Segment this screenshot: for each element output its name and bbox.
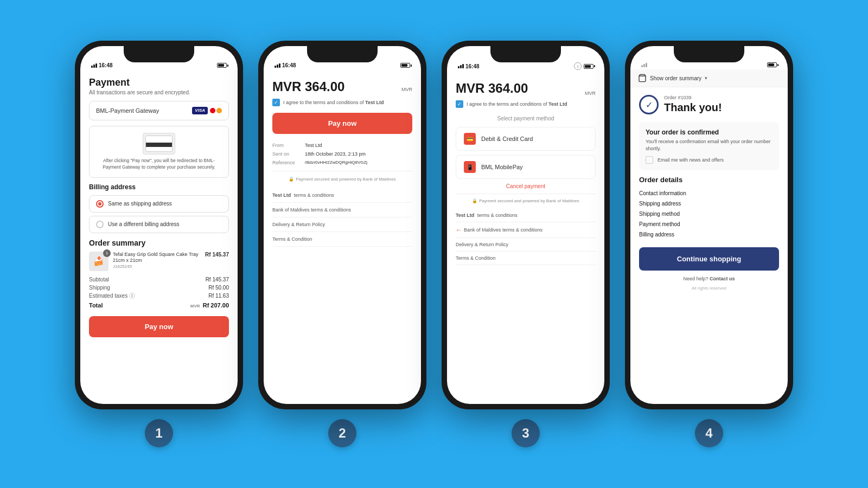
p4-footer: All rights reserved (639, 286, 779, 291)
p2-from-row: From Test Ltd (272, 143, 412, 148)
phone-3-time: 16:48 (465, 63, 480, 69)
step-2-badge: 2 (328, 419, 356, 447)
p1-shipping-label: Shipping (89, 285, 110, 291)
p3-mobilepay[interactable]: 📱 BML MobilePay (456, 155, 596, 179)
p3-terms-row: ✓ I agree to the terms and conditions of… (456, 100, 596, 108)
p3-mobile-icon: 📱 (464, 161, 476, 173)
p4-order-number: Order #1039 (664, 95, 722, 100)
item-qty-badge: 1 (103, 249, 111, 257)
phones-container: 16:48 Payment All transactions are secur… (64, 24, 804, 464)
step-1-badge: 1 (145, 419, 173, 447)
step-4-badge: 4 (695, 419, 723, 447)
phone-4-wrapper: Show order summary ▾ ✓ Order #1039 Thank… (625, 41, 793, 447)
p4-shipping-method-link[interactable]: Shipping method (639, 209, 779, 219)
p4-details-title: Order details (639, 176, 779, 184)
p1-subtitle: All transactions are secure and encrypte… (89, 89, 229, 95)
p3-currency: MVR (585, 91, 596, 96)
p2-amount: MVR 364.00 (272, 79, 344, 94)
p1-taxes-value: Rf 11.63 (208, 293, 229, 299)
p1-item-image: 🍰 1 (89, 252, 108, 271)
p2-from-label: From (272, 143, 305, 148)
p2-terms-text: I agree to the terms and conditions of T… (283, 100, 384, 105)
p4-email-checkbox[interactable] (646, 156, 653, 164)
p2-link-0[interactable]: Test Ltd terms & conditions (272, 188, 412, 203)
p1-taxes-line: Estimated taxes ℹ Rf 11.63 (89, 292, 229, 300)
p2-ref-label: Reference (272, 160, 305, 165)
phone-4-notch (674, 46, 744, 62)
p3-debit-label: Debit & Credit Card (481, 136, 533, 142)
p4-contact-us-link[interactable]: Contact us (710, 276, 735, 281)
p2-from-value: Test Ltd (305, 143, 322, 148)
p4-contact-link[interactable]: Contact information (639, 188, 779, 198)
p4-billing-addr-link[interactable]: Billing address (639, 229, 779, 240)
phone-3-wrapper: 16:48 i MVR 364.00 MVR ✓ (442, 41, 610, 447)
p4-payment-method-link[interactable]: Payment method (639, 219, 779, 229)
p1-radio-different[interactable]: Use a different billing address (89, 216, 229, 233)
p2-senton-label: Sent on (272, 151, 305, 157)
p1-item-price: Rf 145.37 (205, 252, 229, 258)
p4-shipping-addr-link[interactable]: Shipping address (639, 198, 779, 209)
p1-billing-title: Billing address (89, 183, 229, 191)
p3-secure-text: 🔒 Payment secured and powered by Bank of… (456, 198, 596, 203)
p4-top-bar[interactable]: Show order summary ▾ (630, 69, 788, 87)
phone-3: 16:48 i MVR 364.00 MVR ✓ (442, 41, 610, 409)
p1-subtotal-label: Subtotal (89, 277, 109, 282)
p3-debit-icon: 💳 (464, 133, 476, 145)
p3-link-0[interactable]: Test Ltd terms & conditions (456, 209, 596, 222)
p3-link-3[interactable]: Terms & Condition (456, 252, 596, 265)
mastercard-logo (210, 107, 222, 114)
p2-terms-checkbox[interactable]: ✓ (272, 99, 280, 106)
p1-card-visual: After clicking "Pay now", you will be re… (89, 126, 229, 178)
p4-order-confirm: ✓ Order #1039 Thank you! (639, 95, 779, 114)
p4-check-circle: ✓ (639, 95, 659, 114)
p3-terms-text: I agree to the terms and conditions of T… (467, 101, 567, 107)
p1-radio-same-label: Same as shipping address (108, 201, 172, 207)
p1-radio-same[interactable]: Same as shipping address (89, 195, 229, 213)
info-icon: i (574, 62, 582, 70)
p3-cancel-button[interactable]: Cancel payment (456, 183, 596, 189)
p2-ref-value: rBdzr0vHHI2ZwDQRgHiQ8VGZj (305, 160, 367, 165)
step-3-badge: 3 (512, 419, 540, 447)
p3-link-1[interactable]: ← Bank of Maldives terms & conditions (456, 222, 596, 238)
phone-1-time: 16:48 (99, 62, 113, 68)
p4-confirmed-section: Your order is confirmed You'll receive a… (639, 122, 779, 170)
p3-terms-checkbox[interactable]: ✓ (456, 100, 463, 108)
p2-link-2[interactable]: Delivery & Return Policy (272, 217, 412, 232)
p1-radio-diff-label: Use a different billing address (108, 221, 180, 227)
phone-1-wrapper: 16:48 Payment All transactions are secur… (75, 41, 243, 447)
p3-link-2[interactable]: Delivery & Return Policy (456, 238, 596, 252)
phone-2-wrapper: 16:48 MVR 364.00 MVR ✓ (258, 41, 426, 447)
p2-senton-row: Sent on 18th October 2023, 2:13 pm (272, 151, 412, 157)
p1-item-name: Tefal Easy Grip Gold Square Cake Tray 21… (113, 252, 201, 264)
phone-1-notch (124, 46, 194, 62)
p1-subtotal-line: Subtotal Rf 145.37 (89, 275, 229, 284)
p1-gateway-label: BML-Payment Gateway (96, 107, 159, 114)
phone-1: 16:48 Payment All transactions are secur… (75, 41, 243, 409)
p2-pay-button[interactable]: Pay now (272, 113, 412, 134)
p1-gateway-box: BML-Payment Gateway VISA (89, 101, 229, 120)
p2-link-3[interactable]: Terms & Condition (272, 232, 412, 247)
p4-chevron-icon: ▾ (705, 75, 707, 81)
p3-select-label: Select payment method (456, 115, 596, 121)
p1-payment-title: Payment (89, 77, 229, 88)
p1-total-value: MVR Rf 207.00 (190, 302, 229, 309)
p2-terms-row: ✓ I agree to the terms and conditions of… (272, 99, 412, 106)
p2-currency: MVR (401, 87, 412, 92)
visa-logo: VISA (192, 107, 208, 114)
p1-taxes-label: Estimated taxes ℹ (89, 293, 135, 299)
p2-senton-value: 18th October 2023, 2:13 pm (305, 151, 366, 157)
p4-email-row[interactable]: Email me with news and offers (646, 156, 773, 164)
p1-shipping-value: Rf 50.00 (208, 285, 229, 291)
p1-pay-button[interactable]: Pay now (89, 316, 229, 337)
p2-secure-text: 🔒 Payment secured and powered by Bank of… (272, 177, 412, 182)
p1-card-text: After clicking "Pay now", you will be re… (96, 158, 222, 171)
cart-icon (638, 74, 647, 82)
p2-link-1[interactable]: Bank of Maldives terms & conditions (272, 203, 412, 217)
p4-confirmed-text: You'll receive a confirmation email with… (646, 138, 773, 152)
p4-email-label: Email me with news and offers (658, 157, 724, 163)
p3-debit-card[interactable]: 💳 Debit & Credit Card (456, 127, 596, 151)
p1-item-sku: J1625245 (113, 264, 201, 269)
p1-total-line: Total MVR Rf 207.00 (89, 300, 229, 311)
p4-continue-button[interactable]: Continue shopping (639, 247, 779, 271)
p4-help-text: Need help? Contact us (639, 276, 779, 281)
